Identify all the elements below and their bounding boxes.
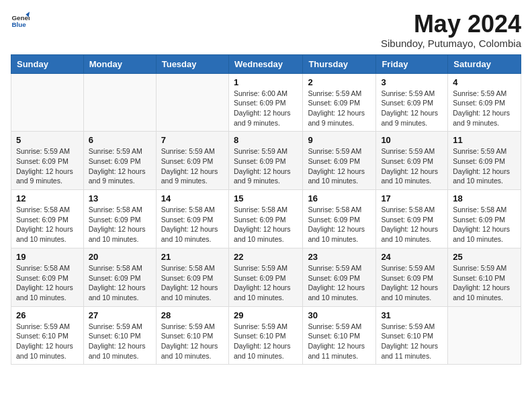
- day-info: Sunrise: 5:59 AMSunset: 6:10 PMDaylight:…: [453, 263, 516, 303]
- day-info: Sunrise: 5:58 AMSunset: 6:09 PMDaylight:…: [16, 263, 79, 303]
- calendar-cell: 14Sunrise: 5:58 AMSunset: 6:09 PMDayligh…: [156, 190, 228, 248]
- calendar-cell: 26Sunrise: 5:59 AMSunset: 6:10 PMDayligh…: [11, 306, 84, 365]
- day-number: 21: [161, 252, 224, 262]
- weekday-header-thursday: Thursday: [303, 54, 376, 73]
- logo-icon: General Blue: [11, 11, 30, 30]
- calendar-week-row: 26Sunrise: 5:59 AMSunset: 6:10 PMDayligh…: [11, 306, 521, 365]
- calendar-cell: 15Sunrise: 5:58 AMSunset: 6:09 PMDayligh…: [228, 190, 302, 248]
- day-info: Sunrise: 5:59 AMSunset: 6:09 PMDaylight:…: [453, 89, 516, 128]
- calendar-cell: 17Sunrise: 5:58 AMSunset: 6:09 PMDayligh…: [376, 190, 448, 248]
- day-info: Sunrise: 5:59 AMSunset: 6:09 PMDaylight:…: [161, 146, 224, 186]
- day-info: Sunrise: 5:59 AMSunset: 6:10 PMDaylight:…: [89, 322, 151, 361]
- calendar-cell: 8Sunrise: 5:59 AMSunset: 6:09 PMDaylight…: [228, 132, 302, 190]
- calendar-cell: 31Sunrise: 5:59 AMSunset: 6:10 PMDayligh…: [376, 306, 448, 365]
- svg-text:Blue: Blue: [11, 21, 26, 28]
- calendar-cell: [11, 73, 84, 132]
- day-info: Sunrise: 5:59 AMSunset: 6:10 PMDaylight:…: [381, 322, 443, 361]
- calendar-cell: 16Sunrise: 5:58 AMSunset: 6:09 PMDayligh…: [303, 190, 376, 248]
- day-number: 6: [89, 135, 151, 145]
- day-number: 31: [381, 310, 443, 320]
- day-number: 22: [234, 252, 298, 262]
- day-info: Sunrise: 6:00 AMSunset: 6:09 PMDaylight:…: [234, 89, 298, 128]
- day-info: Sunrise: 5:59 AMSunset: 6:09 PMDaylight:…: [234, 263, 298, 303]
- calendar-week-row: 19Sunrise: 5:58 AMSunset: 6:09 PMDayligh…: [11, 248, 521, 306]
- day-info: Sunrise: 5:59 AMSunset: 6:09 PMDaylight:…: [308, 89, 371, 128]
- calendar-cell: 28Sunrise: 5:59 AMSunset: 6:10 PMDayligh…: [156, 306, 228, 365]
- calendar-week-row: 12Sunrise: 5:58 AMSunset: 6:09 PMDayligh…: [11, 190, 521, 248]
- weekday-header-saturday: Saturday: [448, 54, 521, 73]
- day-info: Sunrise: 5:59 AMSunset: 6:10 PMDaylight:…: [16, 322, 79, 361]
- day-info: Sunrise: 5:59 AMSunset: 6:09 PMDaylight:…: [381, 263, 443, 303]
- day-info: Sunrise: 5:58 AMSunset: 6:09 PMDaylight:…: [161, 205, 224, 244]
- calendar-cell: 7Sunrise: 5:59 AMSunset: 6:09 PMDaylight…: [156, 132, 228, 190]
- weekday-header-tuesday: Tuesday: [156, 54, 228, 73]
- weekday-header-row: SundayMondayTuesdayWednesdayThursdayFrid…: [11, 54, 521, 73]
- day-info: Sunrise: 5:59 AMSunset: 6:09 PMDaylight:…: [308, 146, 371, 186]
- day-number: 15: [234, 193, 298, 203]
- page-header: General Blue May 2024 Sibundoy, Putumayo…: [11, 11, 521, 49]
- calendar-header: SundayMondayTuesdayWednesdayThursdayFrid…: [11, 54, 521, 73]
- weekday-header-wednesday: Wednesday: [228, 54, 302, 73]
- title-block: May 2024 Sibundoy, Putumayo, Colombia: [381, 11, 521, 49]
- day-info: Sunrise: 5:59 AMSunset: 6:10 PMDaylight:…: [161, 322, 224, 361]
- day-number: 11: [453, 135, 516, 145]
- calendar-cell: 2Sunrise: 5:59 AMSunset: 6:09 PMDaylight…: [303, 73, 376, 132]
- calendar-cell: 29Sunrise: 5:59 AMSunset: 6:10 PMDayligh…: [228, 306, 302, 365]
- day-number: 14: [161, 193, 224, 203]
- day-info: Sunrise: 5:58 AMSunset: 6:09 PMDaylight:…: [89, 205, 151, 244]
- day-info: Sunrise: 5:58 AMSunset: 6:09 PMDaylight:…: [381, 205, 443, 244]
- day-info: Sunrise: 5:58 AMSunset: 6:09 PMDaylight:…: [234, 205, 298, 244]
- calendar-cell: 5Sunrise: 5:59 AMSunset: 6:09 PMDaylight…: [11, 132, 84, 190]
- calendar-cell: 30Sunrise: 5:59 AMSunset: 6:10 PMDayligh…: [303, 306, 376, 365]
- weekday-header-friday: Friday: [376, 54, 448, 73]
- calendar-cell: 9Sunrise: 5:59 AMSunset: 6:09 PMDaylight…: [303, 132, 376, 190]
- calendar-cell: 1Sunrise: 6:00 AMSunset: 6:09 PMDaylight…: [228, 73, 302, 132]
- day-number: 13: [89, 193, 151, 203]
- day-info: Sunrise: 5:58 AMSunset: 6:09 PMDaylight:…: [89, 263, 151, 303]
- day-number: 30: [308, 310, 371, 320]
- day-info: Sunrise: 5:59 AMSunset: 6:09 PMDaylight:…: [16, 146, 79, 186]
- day-info: Sunrise: 5:58 AMSunset: 6:09 PMDaylight:…: [161, 263, 224, 303]
- calendar-cell: 23Sunrise: 5:59 AMSunset: 6:09 PMDayligh…: [303, 248, 376, 306]
- day-info: Sunrise: 5:58 AMSunset: 6:09 PMDaylight:…: [453, 205, 516, 244]
- calendar-cell: 12Sunrise: 5:58 AMSunset: 6:09 PMDayligh…: [11, 190, 84, 248]
- day-number: 26: [16, 310, 79, 320]
- day-info: Sunrise: 5:59 AMSunset: 6:09 PMDaylight:…: [308, 263, 371, 303]
- calendar-cell: 20Sunrise: 5:58 AMSunset: 6:09 PMDayligh…: [83, 248, 156, 306]
- day-number: 28: [161, 310, 224, 320]
- calendar-cell: [83, 73, 156, 132]
- calendar-cell: 10Sunrise: 5:59 AMSunset: 6:09 PMDayligh…: [376, 132, 448, 190]
- calendar-cell: [156, 73, 228, 132]
- day-number: 2: [308, 77, 371, 87]
- day-number: 25: [453, 252, 516, 262]
- calendar-cell: 21Sunrise: 5:58 AMSunset: 6:09 PMDayligh…: [156, 248, 228, 306]
- calendar-cell: [448, 306, 521, 365]
- day-number: 9: [308, 135, 371, 145]
- calendar-cell: 27Sunrise: 5:59 AMSunset: 6:10 PMDayligh…: [83, 306, 156, 365]
- day-number: 4: [453, 77, 516, 87]
- calendar-cell: 22Sunrise: 5:59 AMSunset: 6:09 PMDayligh…: [228, 248, 302, 306]
- day-number: 3: [381, 77, 443, 87]
- day-info: Sunrise: 5:59 AMSunset: 6:09 PMDaylight:…: [234, 146, 298, 186]
- calendar-cell: 6Sunrise: 5:59 AMSunset: 6:09 PMDaylight…: [83, 132, 156, 190]
- day-number: 18: [453, 193, 516, 203]
- calendar-cell: 4Sunrise: 5:59 AMSunset: 6:09 PMDaylight…: [448, 73, 521, 132]
- day-number: 8: [234, 135, 298, 145]
- calendar-cell: 3Sunrise: 5:59 AMSunset: 6:09 PMDaylight…: [376, 73, 448, 132]
- day-info: Sunrise: 5:59 AMSunset: 6:09 PMDaylight:…: [381, 89, 443, 128]
- day-number: 7: [161, 135, 224, 145]
- day-number: 17: [381, 193, 443, 203]
- calendar-body: 1Sunrise: 6:00 AMSunset: 6:09 PMDaylight…: [11, 73, 521, 365]
- calendar-table: SundayMondayTuesdayWednesdayThursdayFrid…: [11, 54, 521, 365]
- month-year-title: May 2024: [381, 11, 521, 38]
- location-subtitle: Sibundoy, Putumayo, Colombia: [381, 38, 521, 49]
- day-info: Sunrise: 5:59 AMSunset: 6:09 PMDaylight:…: [453, 146, 516, 186]
- day-info: Sunrise: 5:59 AMSunset: 6:10 PMDaylight:…: [308, 322, 371, 361]
- day-number: 16: [308, 193, 371, 203]
- day-number: 19: [16, 252, 79, 262]
- weekday-header-sunday: Sunday: [11, 54, 84, 73]
- day-info: Sunrise: 5:58 AMSunset: 6:09 PMDaylight:…: [308, 205, 371, 244]
- calendar-cell: 11Sunrise: 5:59 AMSunset: 6:09 PMDayligh…: [448, 132, 521, 190]
- weekday-header-monday: Monday: [83, 54, 156, 73]
- day-number: 27: [89, 310, 151, 320]
